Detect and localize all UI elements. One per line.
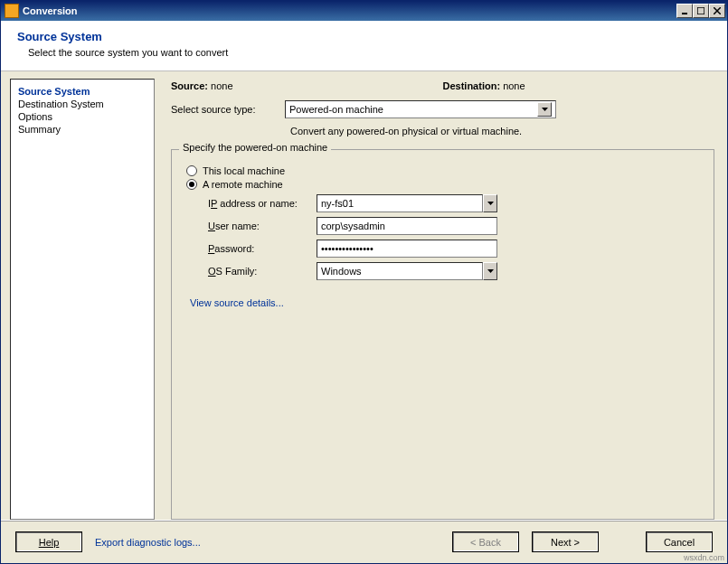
sidebar-item-source-system[interactable]: Source System <box>18 85 147 98</box>
close-button[interactable] <box>709 4 725 18</box>
password-row: Password: <box>208 240 699 258</box>
maximize-button[interactable] <box>693 4 709 18</box>
page-header: Source System Select the source system y… <box>1 21 727 71</box>
password-label: Password: <box>208 243 317 254</box>
destination-label: Destination: <box>443 80 501 91</box>
os-family-row: OS Family: Windows <box>208 262 699 280</box>
source-type-dropdown[interactable]: Powered-on machine <box>285 100 556 118</box>
username-input[interactable] <box>317 217 497 235</box>
source-info: Source: none <box>171 80 443 91</box>
svg-marker-4 <box>542 108 548 111</box>
titlebar: Conversion <box>1 1 727 21</box>
destination-value: none <box>503 80 525 91</box>
radio-remote-label: A remote machine <box>203 179 283 190</box>
radio-remote-machine[interactable]: A remote machine <box>186 179 699 190</box>
dropdown-arrow-icon[interactable] <box>483 194 497 212</box>
minimize-button[interactable] <box>676 4 693 18</box>
source-value: none <box>211 80 232 91</box>
source-type-label: Select source type: <box>171 104 279 115</box>
sidebar-item-summary[interactable]: Summary <box>18 123 147 136</box>
body: Source System Destination System Options… <box>1 71 727 520</box>
ip-row: IP address or name: <box>208 194 699 212</box>
os-family-label: OS Family: <box>208 266 317 277</box>
back-button[interactable]: < Back <box>452 531 519 552</box>
footer: Help Export diagnostic logs... < Back Ne… <box>1 520 727 563</box>
cancel-button[interactable]: Cancel <box>646 531 713 552</box>
app-icon <box>5 4 19 18</box>
source-label: Source: <box>171 80 208 91</box>
info-row: Source: none Destination: none <box>162 79 718 99</box>
help-button[interactable]: Help <box>15 531 82 552</box>
svg-marker-5 <box>487 202 494 205</box>
powered-on-fieldset: Specify the powered-on machine This loca… <box>171 149 714 520</box>
ip-label: IP address or name: <box>208 198 317 209</box>
dropdown-arrow-icon[interactable] <box>483 262 497 280</box>
svg-rect-1 <box>697 7 704 14</box>
view-source-details-link[interactable]: View source details... <box>190 297 284 308</box>
radio-icon <box>186 179 197 190</box>
header-description: Select the source system you want to con… <box>28 47 711 58</box>
export-logs-link[interactable]: Export diagnostic logs... <box>95 537 201 548</box>
source-type-row: Select source type: Powered-on machine <box>162 99 718 122</box>
destination-info: Destination: none <box>443 80 715 91</box>
next-button[interactable]: Next > <box>532 531 599 552</box>
os-family-dropdown[interactable]: Windows <box>317 262 497 280</box>
sidebar-item-destination-system[interactable]: Destination System <box>18 98 147 110</box>
window-title: Conversion <box>23 5 676 16</box>
header-title: Source System <box>17 30 711 43</box>
os-family-value: Windows <box>317 262 483 280</box>
ip-input[interactable] <box>317 194 483 212</box>
main-panel: Source: none Destination: none Select so… <box>162 79 718 520</box>
source-type-value: Powered-on machine <box>289 104 383 115</box>
dropdown-arrow-icon <box>537 102 552 117</box>
source-type-hint: Convert any powered-on physical or virtu… <box>162 126 718 136</box>
radio-local-label: This local machine <box>203 165 285 176</box>
radio-local-machine[interactable]: This local machine <box>186 165 699 176</box>
svg-marker-6 <box>487 269 494 273</box>
ip-combo[interactable] <box>317 194 497 212</box>
svg-rect-0 <box>682 13 687 14</box>
fieldset-legend: Specify the powered-on machine <box>179 142 331 153</box>
password-input[interactable] <box>317 240 497 258</box>
wizard-steps-sidebar: Source System Destination System Options… <box>10 79 155 520</box>
username-label: User name: <box>208 221 317 231</box>
conversion-window: Conversion Source System Select the sour… <box>0 0 728 564</box>
sidebar-item-options[interactable]: Options <box>18 110 147 123</box>
radio-icon <box>186 165 197 176</box>
window-controls <box>676 4 725 18</box>
username-row: User name: <box>208 217 699 235</box>
